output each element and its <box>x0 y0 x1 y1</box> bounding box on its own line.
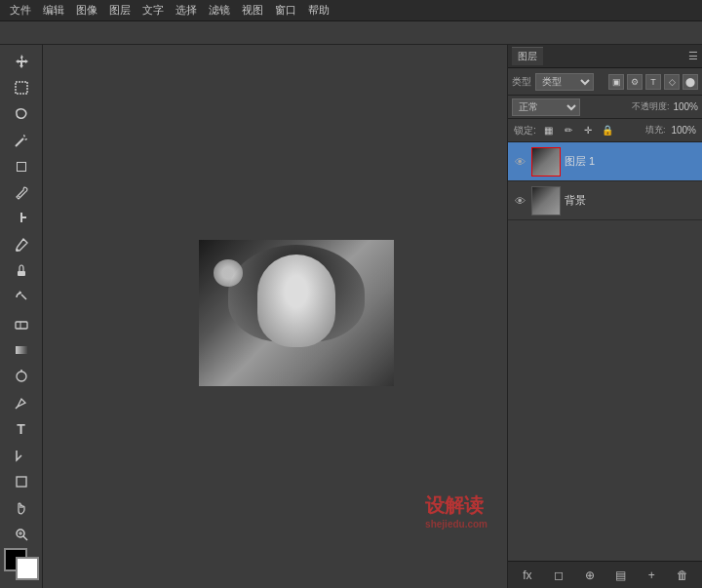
svg-rect-0 <box>16 82 27 94</box>
lock-transparent-btn[interactable]: ▦ <box>542 124 556 137</box>
layer-thumb-content-0 <box>532 148 560 176</box>
menu-layer[interactable]: 图层 <box>103 3 136 18</box>
dodge-tool[interactable] <box>6 364 37 389</box>
opacity-label: 不透明度: <box>632 100 670 113</box>
layer-group-button[interactable]: ▤ <box>610 566 630 585</box>
filter-shape-icon[interactable]: ◇ <box>664 74 680 90</box>
layer-delete-button[interactable]: 🗑 <box>673 566 692 585</box>
menu-filter[interactable]: 滤镜 <box>203 3 236 18</box>
menu-help[interactable]: 帮助 <box>302 3 335 18</box>
eraser-tool[interactable] <box>6 311 37 336</box>
filter-pixel-icon[interactable]: ▣ <box>608 74 624 90</box>
toolbar: T <box>0 45 43 588</box>
watermark-subtext: shejiedu.com <box>425 519 488 529</box>
path-selection-tool[interactable] <box>6 443 37 468</box>
canvas-image <box>199 240 394 386</box>
layer-visibility-0[interactable]: 👁 <box>512 154 527 170</box>
lock-row: 锁定: ▦ ✏ ✛ 🔒 填充: 100% <box>508 119 702 142</box>
menu-text[interactable]: 文字 <box>136 3 170 18</box>
filter-label: 类型 <box>512 75 531 89</box>
svg-point-8 <box>17 372 26 381</box>
layer-thumbnail-1 <box>531 186 561 216</box>
stamp-tool[interactable] <box>6 258 37 284</box>
layer-item-0[interactable]: 👁 图层 1 <box>508 142 702 181</box>
options-bar <box>0 21 702 45</box>
watermark: 设解读 shejiedu.com <box>425 492 488 529</box>
menu-select[interactable]: 选择 <box>170 3 203 18</box>
layer-filter-bar: 类型 类型 名称 效果 模式 属性 颜色 ▣ ⚙ T ◇ ⬤ <box>508 68 702 96</box>
move-tool[interactable] <box>6 49 37 74</box>
eyedropper-tool[interactable] <box>6 180 37 206</box>
layer-item-1[interactable]: 👁 背景 <box>508 181 702 220</box>
watermark-text: 设解读 <box>425 494 484 516</box>
magic-wand-tool[interactable] <box>6 128 37 153</box>
svg-rect-5 <box>16 322 27 329</box>
panel-tabs: 图层 ☰ <box>508 45 702 68</box>
filter-toggle-icon[interactable]: ⬤ <box>682 74 698 90</box>
background-color[interactable] <box>16 557 39 580</box>
layer-name-1: 背景 <box>565 193 698 208</box>
svg-line-13 <box>23 536 27 540</box>
layer-name-0: 图层 1 <box>565 154 698 169</box>
fill-label: 填充: <box>645 124 666 137</box>
filter-adjust-icon[interactable]: ⚙ <box>627 74 643 90</box>
menu-edit[interactable]: 编辑 <box>37 3 70 18</box>
menu-image[interactable]: 图像 <box>70 3 103 18</box>
layer-mask-button[interactable]: ◻ <box>549 566 568 585</box>
portrait-background <box>199 240 394 386</box>
layer-thumbnail-0 <box>531 147 561 176</box>
color-swatch[interactable] <box>4 548 39 580</box>
blend-mode-row: 正常 溶解 正片叠底 滤色 不透明度: 100% <box>508 96 702 119</box>
menu-file[interactable]: 文件 <box>4 3 37 18</box>
shape-tool[interactable] <box>6 469 37 494</box>
svg-rect-4 <box>18 271 25 276</box>
svg-line-1 <box>16 138 23 146</box>
brush-tool[interactable] <box>6 232 37 257</box>
menu-window[interactable]: 窗口 <box>269 3 302 18</box>
portrait-flower <box>214 259 243 287</box>
opacity-value: 100% <box>673 101 698 112</box>
gradient-tool[interactable] <box>6 337 37 363</box>
layer-visibility-1[interactable]: 👁 <box>512 193 527 209</box>
rect-marquee-tool[interactable] <box>6 75 37 100</box>
canvas-area: 设解读 shejiedu.com <box>43 45 507 588</box>
layers-tab[interactable]: 图层 <box>512 47 543 65</box>
right-panel: 图层 ☰ 类型 类型 名称 效果 模式 属性 颜色 ▣ ⚙ T ◇ ⬤ <box>507 45 702 588</box>
history-brush-tool[interactable] <box>6 285 37 310</box>
main-layout: T 设解读 shejiedu <box>0 45 702 588</box>
panel-menu-icon[interactable]: ☰ <box>688 50 698 62</box>
pen-tool[interactable] <box>6 390 37 415</box>
svg-rect-11 <box>17 477 26 487</box>
menu-bar: 文件 编辑 图像 图层 文字 选择 滤镜 视图 窗口 帮助 <box>0 0 702 21</box>
lock-label: 锁定: <box>514 124 536 137</box>
lasso-tool[interactable] <box>6 101 37 127</box>
layer-new-button[interactable]: + <box>642 566 661 585</box>
svg-line-10 <box>16 407 18 409</box>
svg-line-2 <box>19 196 20 198</box>
filter-type-select[interactable]: 类型 名称 效果 模式 属性 颜色 <box>535 73 594 91</box>
svg-point-3 <box>16 249 19 252</box>
layer-list: 👁 图层 1 👁 背景 <box>508 142 702 561</box>
filter-icons: ▣ ⚙ T ◇ ⬤ <box>608 74 698 90</box>
zoom-tool[interactable] <box>6 522 37 547</box>
layer-panel-bottom: fx ◻ ⊕ ▤ + 🗑 <box>508 561 702 588</box>
lock-all-btn[interactable]: 🔒 <box>601 124 614 137</box>
blend-mode-select[interactable]: 正常 溶解 正片叠底 滤色 <box>512 98 580 116</box>
layer-fx-button[interactable]: fx <box>518 566 537 585</box>
svg-rect-7 <box>16 346 27 354</box>
portrait-face <box>257 255 335 347</box>
text-tool[interactable]: T <box>6 416 37 442</box>
layer-adjustment-button[interactable]: ⊕ <box>580 566 600 585</box>
fill-value: 100% <box>671 125 696 136</box>
healing-tool[interactable] <box>6 207 37 232</box>
menu-view[interactable]: 视图 <box>236 3 269 18</box>
filter-type-icon[interactable]: T <box>645 74 661 90</box>
lock-move-btn[interactable]: ✛ <box>581 124 595 137</box>
hand-tool[interactable] <box>6 495 37 521</box>
lock-paint-btn[interactable]: ✏ <box>562 124 575 137</box>
crop-tool[interactable] <box>6 154 37 179</box>
layer-thumb-content-1 <box>532 187 560 215</box>
